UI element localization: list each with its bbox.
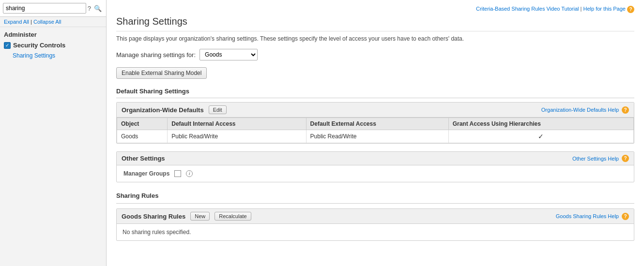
security-controls-item[interactable]: ✓ Security Controls xyxy=(0,40,106,51)
expand-collapse-bar: Expand All | Collapse All xyxy=(0,17,106,27)
col-object: Object xyxy=(117,118,168,130)
org-wide-header-right: Organization-Wide Defaults Help ? xyxy=(541,106,629,114)
search-submit-icon[interactable]: 🔍 xyxy=(92,4,103,13)
sharing-rules-section-title: Sharing Rules xyxy=(116,190,634,204)
enable-external-sharing-btn[interactable]: Enable External Sharing Model xyxy=(116,67,207,79)
goods-sharing-help-icon[interactable]: ? xyxy=(622,213,629,220)
org-wide-edit-btn[interactable]: Edit xyxy=(209,105,227,114)
cell-object: Goods xyxy=(117,130,168,143)
org-wide-table: Object Default Internal Access Default E… xyxy=(117,118,634,143)
col-hierarchy: Grant Access Using Hierarchies xyxy=(448,118,633,130)
administer-header: Administer xyxy=(0,27,106,40)
page-help-icon[interactable]: ? xyxy=(627,6,634,13)
org-wide-title: Organization-Wide Defaults xyxy=(122,106,204,114)
sharing-settings-nav-item[interactable]: Sharing Settings xyxy=(0,51,106,60)
goods-sharing-help-link[interactable]: Goods Sharing Rules Help xyxy=(556,213,619,219)
expand-all-link[interactable]: Expand All xyxy=(4,19,29,25)
manage-row: Manage sharing settings for: Goods xyxy=(116,49,634,60)
cell-hierarchy: ✓ xyxy=(448,130,633,143)
goods-sharing-title: Goods Sharing Rules xyxy=(122,213,185,220)
page-description: This page displays your organization's s… xyxy=(116,34,634,43)
page-title: Sharing Settings xyxy=(116,16,634,31)
other-settings-section: Other Settings Other Settings Help ? Man… xyxy=(116,151,634,182)
search-bar: ? 🔍 xyxy=(0,0,106,17)
col-external: Default External Access xyxy=(306,118,448,130)
org-wide-header-left: Organization-Wide Defaults Edit xyxy=(122,105,227,114)
manage-select[interactable]: Goods xyxy=(199,49,258,60)
cell-external: Public Read/Write xyxy=(306,130,448,143)
help-link[interactable]: Help for this Page xyxy=(583,6,626,12)
tutorial-link[interactable]: Criteria-Based Sharing Rules Video Tutor… xyxy=(476,6,579,12)
org-wide-defaults-section: Organization-Wide Defaults Edit Organiza… xyxy=(116,102,634,144)
search-input[interactable] xyxy=(3,3,86,14)
col-internal: Default Internal Access xyxy=(168,118,306,130)
goods-sharing-new-btn[interactable]: New xyxy=(190,212,210,221)
administer-section: Administer xyxy=(4,31,102,38)
sidebar: ? 🔍 Expand All | Collapse All Administer… xyxy=(0,0,107,266)
top-links-bar: Criteria-Based Sharing Rules Video Tutor… xyxy=(116,6,634,13)
sharing-settings-link[interactable]: Sharing Settings xyxy=(13,52,55,59)
hierarchy-checkmark-icon: ✓ xyxy=(538,133,544,140)
security-controls-checkbox-icon: ✓ xyxy=(4,42,11,49)
collapse-all-link[interactable]: Collapse All xyxy=(33,19,61,25)
security-controls-label: Security Controls xyxy=(13,42,65,49)
manager-groups-checkbox[interactable] xyxy=(174,170,181,177)
other-settings-help-icon[interactable]: ? xyxy=(622,155,629,162)
other-settings-title: Other Settings xyxy=(122,155,165,162)
other-settings-help-link[interactable]: Other Settings Help xyxy=(572,156,619,162)
goods-sharing-header-right: Goods Sharing Rules Help ? xyxy=(556,213,629,220)
cell-internal: Public Read/Write xyxy=(168,130,306,143)
other-settings-header-right: Other Settings Help ? xyxy=(572,155,629,162)
table-row: Goods Public Read/Write Public Read/Writ… xyxy=(117,130,634,143)
goods-sharing-header: Goods Sharing Rules New Recalculate Good… xyxy=(117,209,634,224)
manager-groups-label: Manager Groups xyxy=(123,170,169,177)
org-wide-header: Organization-Wide Defaults Edit Organiza… xyxy=(117,103,634,118)
default-sharing-section-title: Default Sharing Settings xyxy=(116,86,634,98)
org-wide-help-link[interactable]: Organization-Wide Defaults Help xyxy=(541,107,619,113)
other-settings-body: Manager Groups i xyxy=(117,165,634,182)
other-settings-header: Other Settings Other Settings Help ? xyxy=(117,152,634,165)
manage-label: Manage sharing settings for: xyxy=(116,51,196,59)
table-header-row: Object Default Internal Access Default E… xyxy=(117,118,634,130)
no-rules-text: No sharing rules specified. xyxy=(117,224,634,240)
search-help-icon[interactable]: ? xyxy=(86,4,92,13)
goods-sharing-header-left: Goods Sharing Rules New Recalculate xyxy=(122,212,251,221)
manager-groups-info-icon[interactable]: i xyxy=(186,170,193,177)
goods-sharing-rules-section: Goods Sharing Rules New Recalculate Good… xyxy=(116,208,634,241)
goods-sharing-recalculate-btn[interactable]: Recalculate xyxy=(215,212,251,221)
other-settings-header-left: Other Settings xyxy=(122,155,165,162)
org-wide-help-icon[interactable]: ? xyxy=(622,106,629,114)
administer-label: Administer xyxy=(4,31,37,38)
main-content: Criteria-Based Sharing Rules Video Tutor… xyxy=(107,0,644,266)
